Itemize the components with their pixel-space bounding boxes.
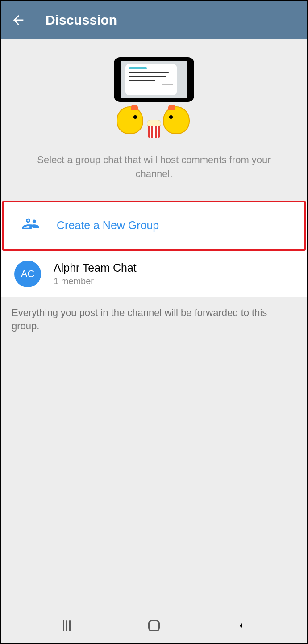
popcorn-graphic: [147, 120, 161, 137]
nav-home-button[interactable]: [145, 617, 163, 635]
phone-frame-graphic: [114, 57, 194, 102]
chevron-left-icon: [236, 620, 246, 631]
group-avatar: AC: [14, 261, 41, 287]
nav-recent-button[interactable]: [58, 617, 76, 635]
discussion-illustration: [109, 57, 199, 138]
arrow-left-icon: [11, 13, 26, 28]
people-icon: [17, 212, 44, 239]
create-group-label: Create a New Group: [57, 219, 159, 232]
home-icon: [148, 620, 160, 631]
recent-apps-icon: [63, 620, 71, 631]
footer-note: Everything you post in the channel will …: [1, 297, 307, 343]
group-name: Alphr Team Chat: [54, 261, 137, 274]
group-list-item[interactable]: AC Alphr Team Chat 1 member: [1, 251, 307, 297]
intro-description: Select a group chat that will host comme…: [10, 153, 298, 181]
groups-list: Create a New Group AC Alphr Team Chat 1 …: [1, 201, 307, 297]
create-group-button[interactable]: Create a New Group: [2, 201, 306, 251]
app-header: Discussion: [1, 1, 307, 39]
intro-section: Select a group chat that will host comme…: [1, 39, 307, 190]
back-button[interactable]: [9, 11, 28, 29]
page-title: Discussion: [46, 13, 117, 28]
system-nav-bar: [1, 608, 307, 643]
nav-back-button[interactable]: [232, 617, 250, 635]
chick-left-graphic: [117, 106, 145, 136]
chick-right-graphic: [163, 106, 191, 136]
group-members-count: 1 member: [54, 276, 137, 286]
